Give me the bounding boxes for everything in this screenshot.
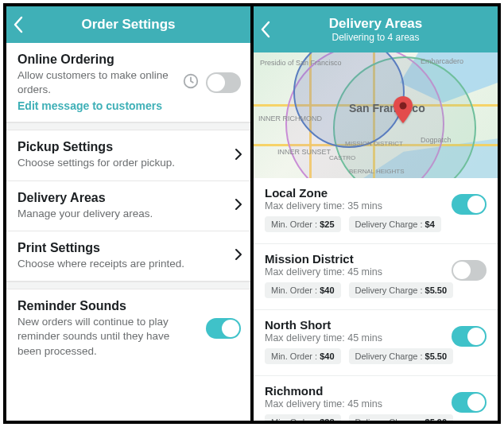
chip-label: Min. Order : (271, 219, 317, 229)
row-subtitle: Manage your delivery areas. (17, 207, 239, 221)
delivery-areas-row[interactable]: Delivery Areas Manage your delivery area… (6, 181, 250, 231)
area-chips: Min. Order : $40Delivery Charge : $5.50 (265, 348, 487, 364)
area-toggle[interactable] (452, 260, 487, 281)
page-title: Delivery Areas (329, 16, 423, 32)
back-button[interactable] (260, 21, 271, 38)
chevron-right-icon (235, 248, 242, 264)
section-gap (6, 281, 250, 289)
areas-list: Local ZoneMax delivery time: 35 minsMin.… (254, 178, 498, 421)
settings-list: Online Ordering Allow customers to make … (6, 43, 250, 421)
area-chips: Min. Order : $25Delivery Charge : $4 (265, 216, 487, 232)
delivery-charge-chip: Delivery Charge : $5.50 (349, 282, 454, 298)
svg-point-1 (400, 103, 407, 110)
map-label: CASTRO (329, 154, 355, 161)
row-title: Online Ordering (17, 52, 239, 67)
row-title: Pickup Settings (17, 140, 239, 154)
print-settings-row[interactable]: Print Settings Choose where receipts are… (6, 231, 250, 281)
chip-value: $5.50 (425, 285, 448, 295)
area-row: Local ZoneMax delivery time: 35 minsMin.… (254, 178, 498, 240)
delivery-charge-chip: Delivery Charge : $5.90 (349, 414, 454, 421)
min-order-chip: Min. Order : $25 (265, 216, 341, 232)
delivery-charge-chip: Delivery Charge : $5.50 (349, 348, 454, 364)
row-title: Reminder Sounds (17, 299, 239, 313)
map-label: MISSION DISTRICT (345, 140, 403, 147)
coverage-map[interactable]: San Francisco Presidio of San Francisco … (254, 52, 498, 178)
row-title: Delivery Areas (17, 191, 239, 205)
map-pin-icon (393, 96, 413, 123)
area-toggle[interactable] (452, 194, 487, 215)
section-gap (6, 122, 250, 130)
map-city-label: San Francisco (349, 102, 425, 115)
map-label: INNER SUNSET (277, 148, 331, 156)
row-title: Print Settings (17, 241, 239, 255)
chip-label: Delivery Charge : (355, 417, 423, 421)
chevron-right-icon (235, 148, 242, 164)
map-label: Dogpatch (421, 136, 452, 144)
online-ordering-toggle[interactable] (206, 72, 241, 93)
area-row: North ShortMax delivery time: 45 minsMin… (254, 310, 498, 372)
area-toggle[interactable] (452, 392, 487, 413)
pickup-settings-row[interactable]: Pickup Settings Choose settings for orde… (6, 130, 250, 181)
map-label: BERNAL HEIGHTS (349, 168, 405, 175)
edit-message-link[interactable]: Edit message to customers (17, 99, 239, 112)
order-settings-screen: Order Settings Online Ordering Allow cus… (6, 6, 250, 421)
page-subtitle: Delivering to 4 areas (331, 32, 419, 43)
area-row: RichmondMax delivery time: 45 minsMin. O… (254, 376, 498, 421)
min-order-chip: Min. Order : $38 (265, 414, 341, 421)
delivery-areas-screen: Delivery Areas Delivering to 4 areas San… (250, 6, 498, 421)
page-title: Order Settings (14, 17, 242, 33)
chip-value: $40 (320, 285, 334, 295)
map-label: Presidio of San Francisco (260, 59, 342, 67)
min-order-chip: Min. Order : $40 (265, 348, 341, 364)
min-order-chip: Min. Order : $40 (265, 282, 341, 298)
reminder-sounds-row: Reminder Sounds New orders will continue… (6, 289, 250, 368)
header-bar: Delivery Areas Delivering to 4 areas (254, 6, 498, 52)
header-bar: Order Settings (6, 6, 250, 43)
chip-value: $5.90 (425, 417, 448, 421)
chip-value: $38 (320, 417, 334, 421)
row-subtitle: Choose settings for order pickup. (17, 156, 239, 170)
area-row: Mission DistrictMax delivery time: 45 mi… (254, 244, 498, 306)
reminder-sounds-toggle[interactable] (206, 318, 241, 339)
area-toggle[interactable] (452, 326, 487, 347)
chip-label: Delivery Charge : (355, 351, 423, 361)
chip-label: Min. Order : (271, 351, 317, 361)
online-ordering-row: Online Ordering Allow customers to make … (6, 43, 250, 122)
area-chips: Min. Order : $40Delivery Charge : $5.50 (265, 282, 487, 298)
chip-label: Min. Order : (271, 417, 317, 421)
map-label: Embarcadero (421, 57, 463, 65)
chip-value: $4 (425, 219, 435, 229)
row-subtitle: Choose where receipts are printed. (17, 257, 239, 271)
chip-label: Min. Order : (271, 285, 317, 295)
area-chips: Min. Order : $38Delivery Charge : $5.90 (265, 414, 487, 421)
chip-value: $25 (320, 219, 334, 229)
back-button[interactable] (13, 16, 24, 33)
chip-value: $5.50 (425, 351, 448, 361)
schedule-icon[interactable] (182, 72, 200, 93)
chip-label: Delivery Charge : (355, 285, 423, 295)
chip-label: Delivery Charge : (355, 219, 423, 229)
delivery-charge-chip: Delivery Charge : $4 (349, 216, 441, 232)
map-label: INNER RICHMOND (258, 115, 322, 122)
chevron-right-icon (235, 198, 242, 214)
chip-value: $40 (320, 351, 334, 361)
